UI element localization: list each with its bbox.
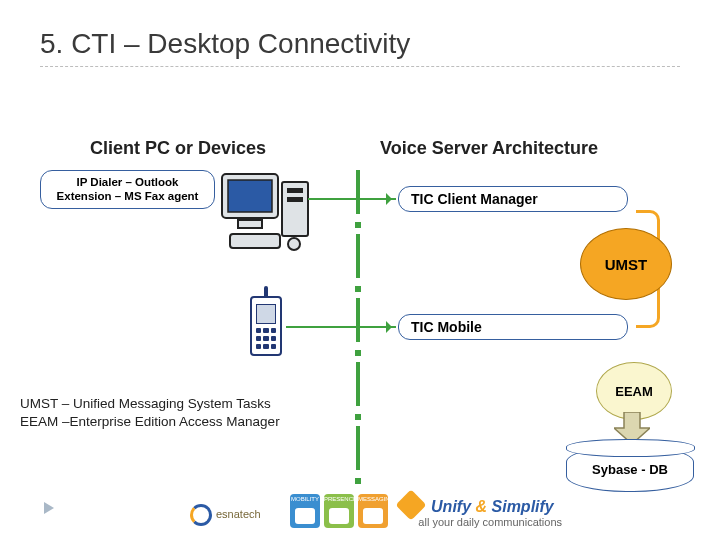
tic-mobile-box: TIC Mobile xyxy=(398,314,628,340)
unify-subtext: all your daily communications xyxy=(418,516,562,528)
ip-dialer-label-box: IP Dialer – Outlook Extension – MS Fax a… xyxy=(40,170,215,209)
glossary-block: UMST – Unified Messaging System Tasks EE… xyxy=(20,395,280,431)
svg-rect-4 xyxy=(287,188,303,193)
unify-tagline: Unify & Simplify all your daily communic… xyxy=(400,490,562,528)
umst-node: UMST xyxy=(580,228,672,300)
mobile-phone-icon xyxy=(250,296,282,356)
esnatech-text: esnatech xyxy=(216,508,261,520)
left-column-heading: Client PC or Devices xyxy=(90,138,266,159)
messaging-icon: MESSAGING xyxy=(358,494,388,528)
desktop-pc-icon xyxy=(220,172,310,252)
footer-feature-icons: MOBILITY PRESENCE MESSAGING xyxy=(290,494,388,528)
svg-rect-6 xyxy=(230,234,280,248)
svg-rect-5 xyxy=(287,197,303,202)
presence-icon: PRESENCE xyxy=(324,494,354,528)
svg-rect-1 xyxy=(228,180,272,212)
arrow-phone-to-tic-mobile xyxy=(286,326,396,328)
esnatech-logo: esnatech xyxy=(190,504,261,526)
mobility-icon: MOBILITY xyxy=(290,494,320,528)
unify-text-left: Unify xyxy=(431,498,475,515)
slide-title: 5. CTI – Desktop Connectivity xyxy=(40,28,680,60)
title-divider xyxy=(40,66,680,67)
tic-client-manager-box: TIC Client Manager xyxy=(398,186,628,212)
glossary-line-eeam: EEAM –Enterprise Edition Access Manager xyxy=(20,413,280,431)
svg-rect-2 xyxy=(238,220,262,228)
unify-text-right: Simplify xyxy=(487,498,554,515)
svg-point-7 xyxy=(288,238,300,250)
ip-dialer-label-line2: Extension – MS Fax agent xyxy=(49,189,206,203)
ampersand-icon: & xyxy=(476,498,488,515)
slide-footer: esnatech MOBILITY PRESENCE MESSAGING Uni… xyxy=(0,484,720,532)
title-area: 5. CTI – Desktop Connectivity xyxy=(0,0,720,75)
ip-dialer-label-line1: IP Dialer – Outlook xyxy=(49,175,206,189)
center-divider xyxy=(356,170,358,490)
arrow-pc-to-client-manager xyxy=(308,198,396,200)
esnatech-swirl-icon xyxy=(190,504,212,526)
glossary-line-umst: UMST – Unified Messaging System Tasks xyxy=(20,395,280,413)
footer-triangle-icon xyxy=(44,502,54,514)
right-column-heading: Voice Server Architecture xyxy=(380,138,598,159)
sybase-db-label: Sybase - DB xyxy=(592,462,668,477)
